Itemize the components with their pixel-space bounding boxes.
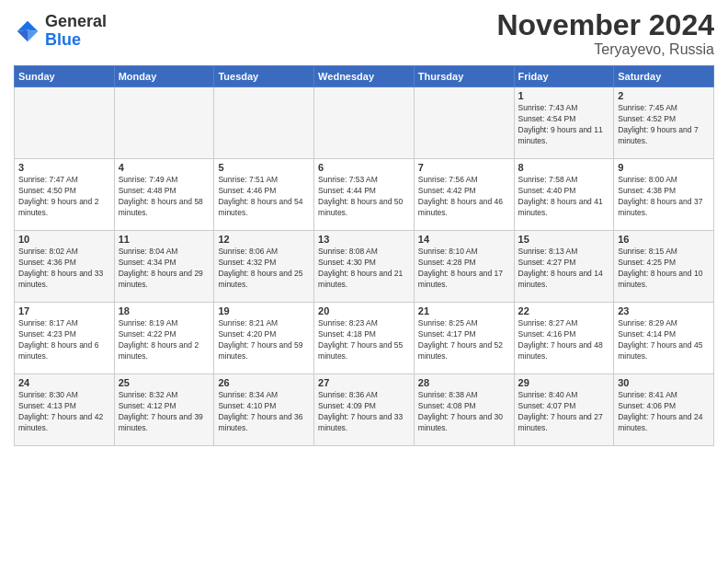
day-info: Sunrise: 7:53 AMSunset: 4:44 PMDaylight:…: [318, 175, 410, 219]
day-number: 20: [318, 305, 410, 316]
day-number: 26: [218, 377, 310, 388]
header-row: Sunday Monday Tuesday Wednesday Thursday…: [15, 66, 714, 87]
day-number: 12: [218, 234, 310, 245]
calendar-cell: 16 Sunrise: 8:15 AMSunset: 4:25 PMDaylig…: [614, 231, 714, 303]
day-number: 9: [618, 162, 710, 173]
calendar-cell: 15 Sunrise: 8:13 AMSunset: 4:27 PMDaylig…: [514, 231, 614, 303]
day-number: 14: [418, 234, 510, 245]
calendar-cell: [15, 87, 115, 159]
day-number: 18: [119, 305, 210, 316]
calendar-cell: 8 Sunrise: 7:58 AMSunset: 4:40 PMDayligh…: [514, 159, 614, 231]
calendar-cell: 17 Sunrise: 8:17 AMSunset: 4:23 PMDaylig…: [15, 303, 115, 374]
logo-icon: [14, 17, 41, 45]
calendar-cell: [214, 87, 314, 159]
col-wednesday: Wednesday: [314, 66, 415, 87]
day-number: 29: [518, 377, 610, 388]
day-number: 23: [618, 305, 710, 316]
day-info: Sunrise: 8:40 AMSunset: 4:07 PMDaylight:…: [518, 390, 610, 434]
calendar-table: Sunday Monday Tuesday Wednesday Thursday…: [14, 65, 714, 446]
month-title: November 2024: [496, 9, 714, 41]
day-number: 19: [218, 305, 310, 316]
col-friday: Friday: [514, 66, 614, 87]
logo-text: General Blue: [45, 13, 107, 50]
calendar-cell: [414, 87, 514, 159]
col-sunday: Sunday: [15, 66, 115, 87]
day-info: Sunrise: 8:17 AMSunset: 4:23 PMDaylight:…: [18, 318, 110, 362]
day-info: Sunrise: 8:34 AMSunset: 4:10 PMDaylight:…: [218, 390, 310, 434]
day-info: Sunrise: 8:29 AMSunset: 4:14 PMDaylight:…: [618, 318, 710, 362]
day-info: Sunrise: 8:06 AMSunset: 4:32 PMDaylight:…: [218, 247, 310, 291]
calendar-cell: 3 Sunrise: 7:47 AMSunset: 4:50 PMDayligh…: [15, 159, 115, 231]
calendar-cell: 4 Sunrise: 7:49 AMSunset: 4:48 PMDayligh…: [114, 159, 214, 231]
day-number: 16: [618, 234, 710, 245]
header: General Blue November 2024 Teryayevo, Ru…: [14, 9, 714, 58]
calendar-cell: 10 Sunrise: 8:02 AMSunset: 4:36 PMDaylig…: [15, 231, 115, 303]
day-info: Sunrise: 8:23 AMSunset: 4:18 PMDaylight:…: [318, 318, 410, 362]
day-info: Sunrise: 8:08 AMSunset: 4:30 PMDaylight:…: [318, 247, 410, 291]
day-info: Sunrise: 8:27 AMSunset: 4:16 PMDaylight:…: [518, 318, 610, 362]
day-info: Sunrise: 8:10 AMSunset: 4:28 PMDaylight:…: [418, 247, 510, 291]
calendar-cell: 30 Sunrise: 8:41 AMSunset: 4:06 PMDaylig…: [614, 374, 714, 446]
calendar-cell: 24 Sunrise: 8:30 AMSunset: 4:13 PMDaylig…: [15, 374, 115, 446]
col-monday: Monday: [114, 66, 214, 87]
day-number: 28: [418, 377, 510, 388]
calendar-cell: 21 Sunrise: 8:25 AMSunset: 4:17 PMDaylig…: [414, 303, 514, 374]
day-info: Sunrise: 8:38 AMSunset: 4:08 PMDaylight:…: [418, 390, 510, 434]
calendar-cell: 25 Sunrise: 8:32 AMSunset: 4:12 PMDaylig…: [114, 374, 214, 446]
logo: General Blue: [14, 13, 107, 50]
location: Teryayevo, Russia: [496, 41, 714, 58]
calendar-cell: 7 Sunrise: 7:56 AMSunset: 4:42 PMDayligh…: [414, 159, 514, 231]
day-info: Sunrise: 7:45 AMSunset: 4:52 PMDaylight:…: [618, 103, 710, 147]
day-info: Sunrise: 8:30 AMSunset: 4:13 PMDaylight:…: [18, 390, 110, 434]
day-number: 13: [318, 234, 410, 245]
calendar-cell: 14 Sunrise: 8:10 AMSunset: 4:28 PMDaylig…: [414, 231, 514, 303]
day-number: 5: [218, 162, 310, 173]
calendar-cell: [114, 87, 214, 159]
day-info: Sunrise: 8:21 AMSunset: 4:20 PMDaylight:…: [218, 318, 310, 362]
day-info: Sunrise: 7:43 AMSunset: 4:54 PMDaylight:…: [518, 103, 610, 147]
day-number: 24: [18, 377, 110, 388]
day-info: Sunrise: 8:04 AMSunset: 4:34 PMDaylight:…: [119, 247, 210, 291]
day-number: 11: [119, 234, 210, 245]
calendar-body: 1 Sunrise: 7:43 AMSunset: 4:54 PMDayligh…: [15, 87, 714, 446]
day-info: Sunrise: 8:02 AMSunset: 4:36 PMDaylight:…: [18, 247, 110, 291]
calendar-cell: 9 Sunrise: 8:00 AMSunset: 4:38 PMDayligh…: [614, 159, 714, 231]
calendar-cell: 6 Sunrise: 7:53 AMSunset: 4:44 PMDayligh…: [314, 159, 415, 231]
calendar-cell: 28 Sunrise: 8:38 AMSunset: 4:08 PMDaylig…: [414, 374, 514, 446]
calendar-week-3: 17 Sunrise: 8:17 AMSunset: 4:23 PMDaylig…: [15, 303, 714, 374]
calendar-cell: 12 Sunrise: 8:06 AMSunset: 4:32 PMDaylig…: [214, 231, 314, 303]
calendar-cell: [314, 87, 415, 159]
calendar-week-1: 3 Sunrise: 7:47 AMSunset: 4:50 PMDayligh…: [15, 159, 714, 231]
day-info: Sunrise: 8:19 AMSunset: 4:22 PMDaylight:…: [119, 318, 210, 362]
calendar-cell: 18 Sunrise: 8:19 AMSunset: 4:22 PMDaylig…: [114, 303, 214, 374]
calendar-cell: 27 Sunrise: 8:36 AMSunset: 4:09 PMDaylig…: [314, 374, 415, 446]
day-info: Sunrise: 8:15 AMSunset: 4:25 PMDaylight:…: [618, 247, 710, 291]
col-tuesday: Tuesday: [214, 66, 314, 87]
day-number: 30: [618, 377, 710, 388]
calendar-cell: 26 Sunrise: 8:34 AMSunset: 4:10 PMDaylig…: [214, 374, 314, 446]
calendar-cell: 13 Sunrise: 8:08 AMSunset: 4:30 PMDaylig…: [314, 231, 415, 303]
day-info: Sunrise: 8:00 AMSunset: 4:38 PMDaylight:…: [618, 175, 710, 219]
day-number: 1: [518, 90, 610, 101]
calendar-header: Sunday Monday Tuesday Wednesday Thursday…: [15, 66, 714, 87]
logo-line1: General: [45, 13, 107, 31]
col-saturday: Saturday: [614, 66, 714, 87]
calendar-cell: 29 Sunrise: 8:40 AMSunset: 4:07 PMDaylig…: [514, 374, 614, 446]
day-info: Sunrise: 8:36 AMSunset: 4:09 PMDaylight:…: [318, 390, 410, 434]
day-info: Sunrise: 8:41 AMSunset: 4:06 PMDaylight:…: [618, 390, 710, 434]
calendar-cell: 19 Sunrise: 8:21 AMSunset: 4:20 PMDaylig…: [214, 303, 314, 374]
day-number: 17: [18, 305, 110, 316]
calendar-week-4: 24 Sunrise: 8:30 AMSunset: 4:13 PMDaylig…: [15, 374, 714, 446]
day-info: Sunrise: 7:51 AMSunset: 4:46 PMDaylight:…: [218, 175, 310, 219]
calendar-cell: 5 Sunrise: 7:51 AMSunset: 4:46 PMDayligh…: [214, 159, 314, 231]
calendar-cell: 23 Sunrise: 8:29 AMSunset: 4:14 PMDaylig…: [614, 303, 714, 374]
day-number: 15: [518, 234, 610, 245]
day-info: Sunrise: 8:13 AMSunset: 4:27 PMDaylight:…: [518, 247, 610, 291]
day-info: Sunrise: 8:25 AMSunset: 4:17 PMDaylight:…: [418, 318, 510, 362]
calendar-cell: 11 Sunrise: 8:04 AMSunset: 4:34 PMDaylig…: [114, 231, 214, 303]
day-info: Sunrise: 7:49 AMSunset: 4:48 PMDaylight:…: [119, 175, 210, 219]
col-thursday: Thursday: [414, 66, 514, 87]
day-number: 27: [318, 377, 410, 388]
day-number: 21: [418, 305, 510, 316]
day-number: 7: [418, 162, 510, 173]
